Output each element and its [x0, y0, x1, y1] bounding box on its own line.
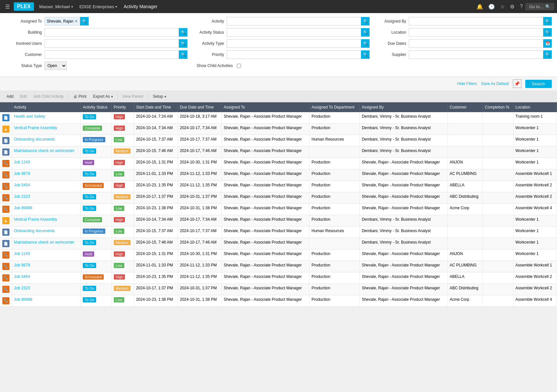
show-child-checkbox[interactable]	[237, 64, 241, 68]
activity-link[interactable]: Job 2323	[14, 286, 30, 290]
col-location[interactable]: Location	[513, 102, 557, 112]
involved-users-input[interactable]	[44, 39, 179, 48]
company-menu[interactable]: EDGE Enterprises ▾	[77, 3, 120, 10]
activity-status-search-button[interactable]: 🔍	[361, 28, 370, 37]
col-start-date[interactable]: Start Date and Time	[134, 102, 178, 112]
table-row: 🔧 Job 5454 Scheduled High 2024-10-23, 1:…	[0, 272, 557, 284]
col-priority[interactable]: Priority	[112, 102, 134, 112]
activity-type-search-button[interactable]: 🔍	[361, 39, 370, 48]
history-icon[interactable]: 🕐	[487, 2, 496, 11]
row-priority: High	[112, 181, 134, 192]
activity-input[interactable]	[227, 17, 361, 26]
col-assigned-to[interactable]: Assigned To	[222, 102, 309, 112]
goto-button[interactable]: Go to... 🔍	[525, 3, 554, 10]
col-assigned-by[interactable]: Assigned By	[360, 102, 447, 112]
row-department: Production	[309, 215, 360, 227]
col-due-date[interactable]: Due Date and Time	[178, 102, 221, 112]
building-input[interactable]	[44, 28, 179, 37]
customer-search-button[interactable]: 🔍	[179, 50, 187, 59]
row-status: To Do	[81, 284, 112, 295]
row-location: Assemble Workcell 2	[513, 284, 557, 295]
activity-link[interactable]: Job 1243	[14, 251, 30, 256]
row-activity: Onboarding documents	[12, 227, 81, 238]
row-completion	[483, 192, 513, 204]
pin-button[interactable]: 📌	[513, 79, 521, 88]
row-location: Assemble Workcell 1	[513, 169, 557, 181]
col-activity[interactable]: Activity	[12, 102, 81, 112]
due-dates-input[interactable]	[409, 39, 543, 48]
building-search-button[interactable]: 🔍	[179, 28, 187, 37]
activity-link[interactable]: Job 5454	[14, 183, 30, 187]
activity-type-icon: 🔧	[2, 263, 9, 270]
activity-type-icon: 🔧	[2, 206, 9, 213]
activity-link[interactable]: Maintainance check on workcenter	[14, 240, 75, 245]
involved-users-search-button[interactable]: 🔍	[179, 39, 187, 48]
activity-search-button[interactable]: 🔍	[361, 17, 370, 26]
view-parent-button[interactable]: View Parent	[120, 93, 146, 100]
setup-button[interactable]: Setup ▾	[150, 93, 168, 100]
row-location: Training room 1	[513, 112, 557, 124]
status-type-select[interactable]: Open Closed All	[44, 61, 67, 70]
row-completion	[483, 215, 513, 227]
status-badge: Hold	[83, 251, 94, 257]
supplier-input[interactable]	[409, 50, 543, 59]
activity-link[interactable]: Job 89998	[14, 206, 32, 210]
row-activity: Job 9878	[12, 261, 81, 272]
col-status[interactable]: Activity Status	[81, 102, 112, 112]
activity-link[interactable]: Onboarding documents	[14, 137, 55, 142]
activity-link[interactable]: Maintainance check on workcenter	[14, 148, 75, 153]
col-customer[interactable]: Customer	[447, 102, 483, 112]
edit-button[interactable]: Edit	[17, 93, 29, 100]
activity-type-icon: 🔧	[2, 171, 9, 179]
favorites-icon[interactable]: ☆	[499, 2, 506, 11]
priority-badge: High	[114, 183, 125, 188]
activity-status-label: Activity Status	[187, 30, 227, 35]
plex-logo[interactable]: PLEX	[14, 2, 34, 11]
status-badge: To Do	[83, 263, 96, 268]
filter-footer: Hide Filters Save As Default 📌 Search	[0, 77, 557, 91]
row-due-date: 2024-10-17, 7:34 AM	[178, 215, 221, 227]
customer-input[interactable]	[44, 50, 179, 59]
activity-link[interactable]: Job 9878	[14, 263, 30, 267]
assigned-by-search-button[interactable]: 🔍	[543, 17, 552, 26]
priority-search-button[interactable]: 🔍	[361, 50, 370, 59]
col-completion[interactable]: Completion %	[483, 102, 513, 112]
assigned-by-input[interactable]	[409, 17, 543, 26]
add-child-button[interactable]: Add Child Activity	[31, 93, 66, 100]
supplier-search-button[interactable]: 🔍	[543, 50, 552, 59]
due-dates-calendar-button[interactable]: 📅	[543, 39, 552, 48]
notifications-icon[interactable]: 🔔	[475, 2, 484, 11]
print-button[interactable]: 🖨 Print	[71, 93, 89, 100]
activity-link[interactable]: Onboarding documents	[14, 229, 55, 233]
row-status: To Do	[81, 295, 112, 307]
activity-link[interactable]: Job 2323	[14, 194, 30, 199]
settings-icon[interactable]: ⚙	[509, 2, 516, 11]
location-input[interactable]	[409, 28, 543, 37]
activity-link[interactable]: Job 1243	[14, 160, 30, 164]
row-start-date: 2024-10-14, 7:34 AM	[134, 124, 178, 135]
activity-link[interactable]: Vertical Frame Assembly	[14, 217, 57, 222]
activity-status-input[interactable]	[227, 28, 361, 37]
col-department[interactable]: Assigned To Department	[309, 102, 360, 112]
export-as-button[interactable]: Export As ▾	[90, 93, 115, 100]
assigned-to-search-button[interactable]: 🔍	[80, 17, 89, 26]
row-start-date: 2024-10-15, 1:31 PM	[134, 249, 178, 261]
row-start-date: 2024-10-17, 1:37 PM	[134, 192, 178, 204]
help-icon[interactable]: ?	[518, 2, 524, 11]
assigned-to-clear-icon[interactable]: ✕	[75, 19, 78, 24]
hamburger-menu[interactable]: ☰	[3, 2, 12, 11]
location-search-button[interactable]: 🔍	[543, 28, 552, 37]
search-button[interactable]: Search	[525, 80, 552, 88]
user-menu[interactable]: Masser, Michael ▾	[37, 3, 76, 10]
add-button[interactable]: Add	[4, 93, 16, 100]
activity-link[interactable]: Job 9878	[14, 171, 30, 176]
activity-link[interactable]: Job 89998	[14, 297, 32, 302]
activity-type-input[interactable]	[227, 39, 361, 48]
save-as-default-link[interactable]: Save As Default	[481, 81, 509, 86]
activity-link[interactable]: Job 5454	[14, 274, 30, 279]
activity-link[interactable]: Health and Safety	[14, 114, 45, 119]
activity-link[interactable]: Vertical Frame Assembly	[14, 126, 57, 130]
hide-filters-link[interactable]: Hide Filters	[457, 81, 477, 86]
priority-input[interactable]	[227, 50, 361, 59]
row-completion	[483, 238, 513, 249]
